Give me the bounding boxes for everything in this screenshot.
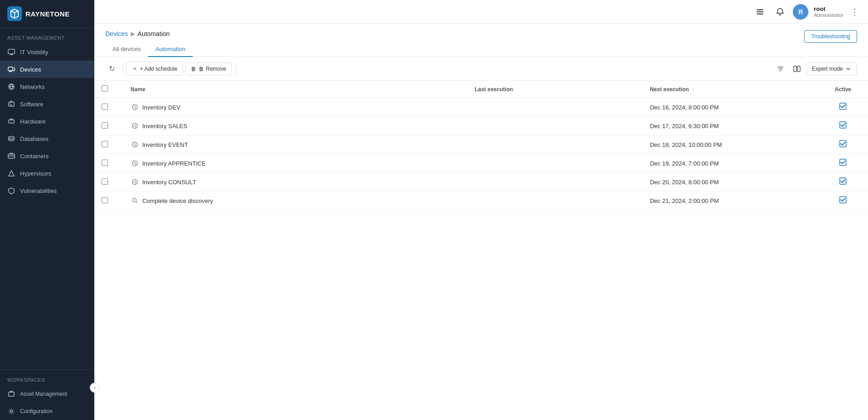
row-last-execution-5 (467, 192, 643, 210)
row-name-5[interactable]: Complete device discovery (123, 192, 467, 210)
tab-automation[interactable]: Automation (148, 42, 193, 57)
table-row: Inventory CONSULTDec 20, 2024, 8:00:00 P… (94, 173, 868, 192)
active-check-icon-0 (839, 104, 847, 111)
sidebar-item-databases[interactable]: Databases (0, 130, 94, 147)
svg-rect-13 (757, 13, 763, 15)
hardware-icon (7, 117, 15, 125)
row-checkbox-0[interactable] (102, 104, 108, 110)
add-schedule-button[interactable]: ＋ + Add schedule (126, 62, 183, 76)
sidebar-item-devices-label: Devices (20, 66, 41, 73)
sidebar-item-it-visibility[interactable]: IT Visibility (0, 43, 94, 61)
columns-icon (793, 65, 801, 73)
active-check-icon-3 (839, 160, 847, 167)
filter-icon (777, 65, 784, 73)
list-icon-button[interactable] (753, 5, 767, 19)
sidebar-item-software[interactable]: Software (0, 95, 94, 113)
sidebar-item-containers[interactable]: Containers (0, 147, 94, 165)
row-name-text-0: Inventory DEV (142, 104, 180, 111)
svg-rect-12 (757, 11, 763, 12)
row-active-0 (818, 98, 868, 117)
row-name-1[interactable]: Inventory SALES (123, 117, 467, 135)
sort-icon: ↑ (692, 87, 695, 92)
remove-button[interactable]: 🗑 🗑 Remove (185, 62, 232, 75)
troubleshooting-button[interactable]: Troubleshooting (804, 30, 857, 43)
svg-point-10 (10, 410, 13, 413)
automation-table: Name Last execution Next execution ↑ Act… (94, 81, 868, 210)
col-header-name[interactable]: Name (123, 81, 467, 98)
schedule-icon (130, 103, 139, 112)
col-header-next-execution[interactable]: Next execution ↑ (642, 81, 818, 98)
row-last-execution-1 (467, 117, 643, 135)
active-check-icon-4 (839, 178, 847, 186)
row-next-execution-3: Dec 19, 2024, 7:00:00 PM (642, 154, 818, 173)
sidebar-item-devices[interactable]: Devices (0, 61, 94, 78)
row-name-text-3: Inventory APPRENTICE (142, 160, 205, 167)
row-checkbox-2[interactable] (102, 141, 108, 147)
row-name-3[interactable]: Inventory APPRENTICE (123, 154, 467, 173)
breadcrumb-devices-link[interactable]: Devices (105, 30, 128, 37)
devices-icon (7, 65, 15, 73)
row-name-4[interactable]: Inventory CONSULT (123, 173, 467, 192)
refresh-button[interactable]: ↻ (105, 62, 118, 76)
sidebar-item-vulnerabilities[interactable]: Vulnerabilities (0, 182, 94, 199)
select-all-checkbox[interactable] (102, 85, 108, 92)
svg-marker-8 (9, 171, 14, 176)
containers-icon (7, 152, 15, 160)
columns-button[interactable] (790, 62, 804, 75)
col-header-active[interactable]: Active (818, 81, 868, 98)
user-name: root (814, 5, 843, 13)
sidebar-item-databases-label: Databases (20, 135, 48, 142)
shield-icon (7, 187, 15, 195)
search-icon (130, 196, 139, 205)
gear-icon (7, 407, 15, 415)
sidebar: RAYNETONE Asset Management IT Visibility… (0, 0, 94, 420)
svg-point-26 (133, 198, 136, 202)
table-row: Inventory APPRENTICEDec 19, 2024, 7:00:0… (94, 154, 868, 173)
sidebar-item-asset-management[interactable]: Asset Management (0, 385, 94, 403)
row-name-2[interactable]: Inventory EVENT (123, 135, 467, 154)
user-role: Administrator (814, 12, 843, 18)
row-next-execution-0: Dec 16, 2024, 8:00:00 PM (642, 98, 818, 117)
page-header: Devices ▶ Automation All devices Automat… (94, 24, 868, 57)
bell-icon-button[interactable] (773, 5, 787, 19)
sidebar-item-hardware[interactable]: Hardware (0, 113, 94, 130)
col-header-last-execution[interactable]: Last execution (467, 81, 643, 98)
row-active-2 (818, 135, 868, 154)
tab-all-devices[interactable]: All devices (105, 42, 148, 57)
app-logo-text: RAYNETONE (26, 10, 70, 18)
toolbar-separator-1 (122, 63, 123, 74)
row-active-3 (818, 154, 868, 173)
sidebar-item-configuration-label: Configuration (20, 408, 52, 415)
page-area: Devices ▶ Automation All devices Automat… (94, 24, 868, 420)
sidebar-collapse-button[interactable]: ‹ (90, 383, 100, 393)
svg-rect-2 (8, 67, 13, 71)
main-content: R root Administrator ⋮ Devices ▶ Automat… (94, 0, 868, 420)
table-header: Name Last execution Next execution ↑ Act… (94, 81, 868, 98)
table-row: Inventory DEVDec 16, 2024, 8:00:00 PM (94, 98, 868, 117)
sidebar-item-networks[interactable]: Networks (0, 78, 94, 95)
user-info[interactable]: root Administrator (814, 5, 843, 18)
automation-table-container: Name Last execution Next execution ↑ Act… (94, 81, 868, 420)
row-checkbox-5[interactable] (102, 197, 108, 203)
sidebar-section-label: Asset Management (0, 28, 94, 43)
expert-mode-dropdown[interactable]: Expert mode (806, 62, 857, 75)
sidebar-item-it-visibility-label: IT Visibility (20, 49, 48, 56)
filter-button[interactable] (773, 62, 788, 75)
user-avatar[interactable]: R (793, 4, 808, 20)
sidebar-item-hypervisors[interactable]: Hypervisors (0, 165, 94, 182)
row-checkbox-1[interactable] (102, 122, 108, 129)
sidebar-item-containers-label: Containers (20, 153, 49, 160)
topbar: R root Administrator ⋮ (94, 0, 868, 24)
monitor-icon (7, 48, 15, 56)
sidebar-item-hypervisors-label: Hypervisors (20, 170, 51, 177)
more-options-button[interactable]: ⋮ (849, 5, 861, 19)
chevron-down-icon (846, 66, 851, 72)
networks-icon (7, 83, 15, 91)
row-checkbox-3[interactable] (102, 160, 108, 166)
sidebar-item-configuration[interactable]: Configuration (0, 403, 94, 420)
sidebar-item-hardware-label: Hardware (20, 118, 46, 125)
sidebar-item-software-label: Software (20, 101, 43, 108)
row-name-0[interactable]: Inventory DEV (123, 98, 467, 117)
row-checkbox-4[interactable] (102, 178, 108, 185)
sidebar-logo[interactable]: RAYNETONE (0, 0, 94, 28)
